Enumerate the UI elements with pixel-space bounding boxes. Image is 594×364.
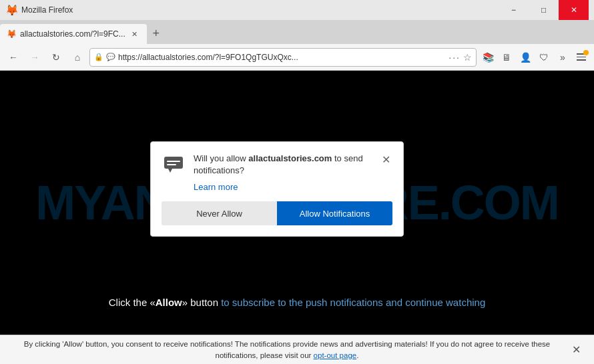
svg-rect-2 [167,161,180,162]
popup-close-button[interactable]: ✕ [379,153,392,166]
popup-header: Will you allow allactualstories.com to s… [162,153,392,177]
bottom-message: By clicking 'Allow' button, you consent … [11,339,563,360]
firefox-icon: 🦊 [5,4,17,16]
chat-bubble-icon [162,153,186,177]
page-instruction-text: Click the «Allow» button to subscribe to… [0,297,594,308]
toolbar-right: 📚 🖥 👤 🛡 » [479,49,590,66]
new-tab-button[interactable]: + [147,24,166,43]
svg-marker-1 [168,169,172,173]
close-tab-button[interactable]: ✕ [129,29,140,39]
tab-favicon-icon: 🦊 [7,29,16,39]
page-content: MYANTISPYWARE.COM Click the «Allow» butt… [0,71,594,335]
bottom-bar: By clicking 'Allow' button, you consent … [0,335,594,364]
window-controls: − □ ✕ [499,0,589,20]
learn-more-link[interactable]: Learn more [194,182,392,192]
menu-button[interactable] [573,49,590,66]
tab-bar: 🦊 allactualstories.com/?l=9FC... ✕ + [0,20,594,44]
address-bar[interactable]: 🔒 💬 https://allactualstories.com/?l=9FO1… [89,48,477,67]
more-options-icon[interactable]: ··· [449,52,461,63]
minimize-button[interactable]: − [499,0,529,20]
library-button[interactable]: 📚 [479,49,497,66]
popup-buttons: Never Allow Allow Notifications [162,201,392,225]
never-allow-button[interactable]: Never Allow [162,201,277,225]
close-window-button[interactable]: ✕ [559,0,589,20]
opt-out-link[interactable]: opt-out page [314,351,357,359]
svg-rect-3 [167,164,176,165]
window-title: Mozilla Firefox [21,5,73,15]
bookmark-icon[interactable]: ☆ [463,52,472,63]
title-bar: 🦊 Mozilla Firefox − □ ✕ [0,0,594,20]
security-icon: 🔒 [94,53,103,61]
forward-button[interactable]: → [25,48,44,67]
url-text: https://allactualstories.com/?l=9FO1QgTG… [118,53,446,62]
notification-badge [583,50,589,55]
bottom-close-button[interactable]: ✕ [569,343,583,357]
notification-icon: 💬 [106,53,115,61]
notification-popup: Will you allow allactualstories.com to s… [150,141,404,237]
synced-tabs-button[interactable]: 🖥 [498,49,515,66]
home-button[interactable]: ⌂ [68,48,87,67]
popup-domain: allactualstories.com [248,153,332,163]
nav-bar: ← → ↻ ⌂ 🔒 💬 https://allactualstories.com… [0,44,594,71]
account-button[interactable]: 👤 [517,49,534,66]
popup-message: Will you allow allactualstories.com to s… [194,153,371,177]
reload-button[interactable]: ↻ [47,48,65,67]
expand-button[interactable]: » [554,49,571,66]
allow-notifications-button[interactable]: Allow Notifications [277,201,392,225]
back-button[interactable]: ← [4,48,23,67]
svg-rect-0 [164,157,183,169]
title-bar-left: 🦊 Mozilla Firefox [5,4,73,16]
maximize-button[interactable]: □ [529,0,559,20]
shield-button[interactable]: 🛡 [535,49,553,66]
active-tab[interactable]: 🦊 allactualstories.com/?l=9FC... ✕ [0,24,147,44]
tab-title: allactualstories.com/?l=9FC... [20,29,125,39]
